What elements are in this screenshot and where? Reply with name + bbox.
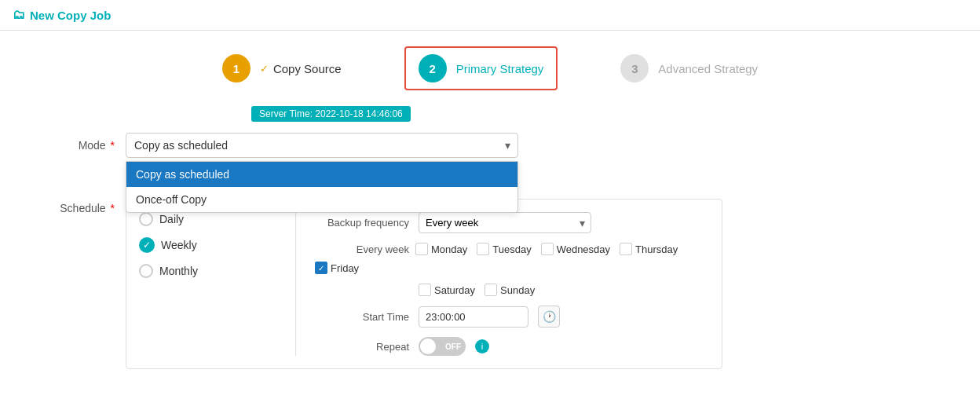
step-3-circle: 3 bbox=[620, 54, 649, 82]
schedule-right: Backup frequency Every week Every two we… bbox=[296, 212, 709, 356]
mode-required: * bbox=[108, 139, 115, 152]
steps-bar: 1 ✓ Copy Source 2 Primary Strategy 3 Adv… bbox=[0, 31, 980, 106]
schedule-row: Schedule * Daily ✓ Weekly bbox=[31, 196, 949, 369]
step-2-label: Primary Strategy bbox=[456, 62, 544, 75]
step-1-circle: 1 bbox=[222, 54, 250, 82]
schedule-left: Daily ✓ Weekly Monthly bbox=[139, 212, 296, 356]
schedule-section: Daily ✓ Weekly Monthly bbox=[126, 199, 722, 369]
radio-monthly-label: Monthly bbox=[159, 265, 198, 277]
radio-daily-circle bbox=[139, 212, 153, 226]
day-saturday-checkbox[interactable] bbox=[419, 284, 431, 296]
schedule-inner: Daily ✓ Weekly Monthly bbox=[139, 212, 709, 356]
backup-freq-row: Backup frequency Every week Every two we… bbox=[315, 212, 709, 233]
days-row-1: Every week Monday Tuesday bbox=[315, 243, 709, 274]
day-tuesday-checkbox[interactable] bbox=[477, 243, 489, 255]
step-1-label: Copy Source bbox=[273, 62, 342, 75]
dropdown-item-copy-as-scheduled[interactable]: Copy as scheduled bbox=[126, 162, 517, 187]
freq-select-wrapper: Every week Every two weeks Every month ▾ bbox=[419, 212, 591, 233]
day-friday-checkbox[interactable]: ✓ bbox=[315, 262, 327, 274]
step-3[interactable]: 3 Advanced Strategy bbox=[620, 54, 758, 82]
mode-dropdown: Copy as scheduled Once-off Copy bbox=[126, 161, 518, 213]
day-wednesday-checkbox[interactable] bbox=[541, 243, 554, 255]
radio-weekly-check-icon: ✓ bbox=[139, 237, 155, 253]
content-area: Server Time: 2022-10-18 14:46:06 Mode * … bbox=[0, 106, 980, 394]
radio-daily[interactable]: Daily bbox=[139, 212, 283, 226]
day-thursday-checkbox[interactable] bbox=[620, 243, 632, 255]
page-title: 🗂 New Copy Job bbox=[13, 8, 111, 22]
day-tuesday[interactable]: Tuesday bbox=[477, 243, 531, 255]
day-monday-checkbox[interactable] bbox=[415, 243, 428, 255]
step-3-label: Advanced Strategy bbox=[658, 62, 758, 75]
day-monday[interactable]: Monday bbox=[415, 243, 467, 255]
start-time-input[interactable] bbox=[419, 306, 528, 328]
repeat-label: Repeat bbox=[315, 341, 409, 353]
day-thursday-label: Thursday bbox=[635, 243, 678, 255]
radio-weekly-label: Weekly bbox=[161, 239, 197, 251]
step-1-checkmark: ✓ bbox=[260, 63, 269, 75]
repeat-row: Repeat OFF i bbox=[315, 337, 709, 356]
start-time-label: Start Time bbox=[315, 311, 409, 323]
days-row-2: Saturday Sunday bbox=[419, 284, 709, 296]
day-wednesday-label: Wednesday bbox=[557, 243, 610, 255]
top-bar: 🗂 New Copy Job bbox=[0, 0, 980, 31]
dropdown-item-once-off-copy[interactable]: Once-off Copy bbox=[126, 187, 517, 212]
mode-label: Mode * bbox=[31, 139, 126, 152]
day-friday[interactable]: ✓ Friday bbox=[315, 262, 359, 274]
repeat-toggle[interactable]: OFF bbox=[419, 337, 466, 356]
backup-freq-select[interactable]: Every week Every two weeks Every month bbox=[419, 212, 591, 233]
mode-select[interactable]: Copy as scheduled Once-off Copy bbox=[126, 133, 518, 158]
server-time-badge: Server Time: 2022-10-18 14:46:06 bbox=[31, 106, 949, 133]
mode-select-wrapper: Copy as scheduled Once-off Copy ▾ Copy a… bbox=[126, 133, 518, 158]
every-week-label: Every week bbox=[315, 243, 409, 255]
mode-row: Mode * Copy as scheduled Once-off Copy ▾… bbox=[31, 133, 949, 158]
server-time-text: Server Time: 2022-10-18 14:46:06 bbox=[251, 106, 411, 122]
toggle-knob bbox=[420, 339, 436, 354]
radio-monthly[interactable]: Monthly bbox=[139, 264, 283, 278]
day-tuesday-label: Tuesday bbox=[492, 243, 531, 255]
info-icon[interactable]: i bbox=[475, 339, 489, 353]
clock-icon[interactable]: 🕐 bbox=[538, 306, 560, 328]
day-saturday-label: Saturday bbox=[434, 284, 475, 296]
day-thursday[interactable]: Thursday bbox=[620, 243, 678, 255]
day-wednesday[interactable]: Wednesday bbox=[541, 243, 610, 255]
step-2-active-box: 2 Primary Strategy bbox=[404, 46, 558, 90]
step-1[interactable]: 1 ✓ Copy Source bbox=[222, 54, 342, 82]
day-sunday[interactable]: Sunday bbox=[485, 284, 535, 296]
step-2-circle: 2 bbox=[419, 54, 447, 82]
radio-daily-label: Daily bbox=[159, 213, 184, 225]
copy-job-icon: 🗂 bbox=[13, 8, 25, 22]
day-sunday-checkbox[interactable] bbox=[485, 284, 497, 296]
day-monday-label: Monday bbox=[431, 243, 467, 255]
start-time-row: Start Time 🕐 bbox=[315, 306, 709, 328]
toggle-off-text: OFF bbox=[445, 342, 461, 351]
day-friday-label: Friday bbox=[331, 262, 359, 274]
day-sunday-label: Sunday bbox=[500, 284, 535, 296]
radio-monthly-circle bbox=[139, 264, 153, 278]
step-2[interactable]: 2 Primary Strategy bbox=[404, 46, 558, 90]
schedule-required: * bbox=[108, 202, 115, 214]
day-saturday[interactable]: Saturday bbox=[419, 284, 475, 296]
schedule-label: Schedule * bbox=[31, 196, 126, 214]
backup-freq-label: Backup frequency bbox=[315, 217, 409, 229]
radio-weekly[interactable]: ✓ Weekly bbox=[139, 237, 283, 253]
